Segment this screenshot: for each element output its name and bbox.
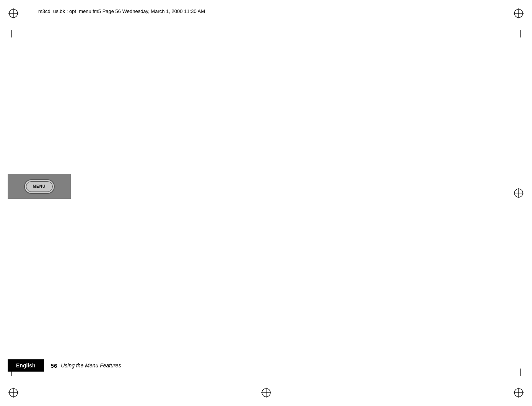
footer-area: English 56 Using the Menu Features [0, 359, 532, 372]
reg-mark-middle-right [513, 187, 524, 199]
page-number: 56 [51, 362, 57, 369]
page-container: m3cd_us.bk : opt_menu.fm5 Page 56 Wednes… [0, 0, 532, 406]
top-left-vert-line [11, 30, 12, 37]
reg-mark-bottom-left [8, 387, 19, 398]
reg-mark-bottom-center [260, 387, 272, 398]
reg-mark-top-right [513, 8, 524, 19]
footer-section-title: Using the Menu Features [61, 362, 121, 369]
header-text: m3cd_us.bk : opt_menu.fm5 Page 56 Wednes… [38, 8, 205, 14]
menu-button-inner: MENU [26, 181, 53, 192]
menu-button[interactable]: MENU [24, 179, 55, 194]
top-border [11, 30, 521, 30]
top-right-vert-line [520, 30, 521, 37]
reg-mark-bottom-right [513, 387, 524, 398]
menu-button-area: MENU [8, 174, 71, 199]
language-badge: English [8, 359, 44, 372]
bottom-border [11, 376, 521, 376]
reg-mark-top-left [8, 8, 19, 19]
menu-button-label: MENU [33, 184, 46, 188]
